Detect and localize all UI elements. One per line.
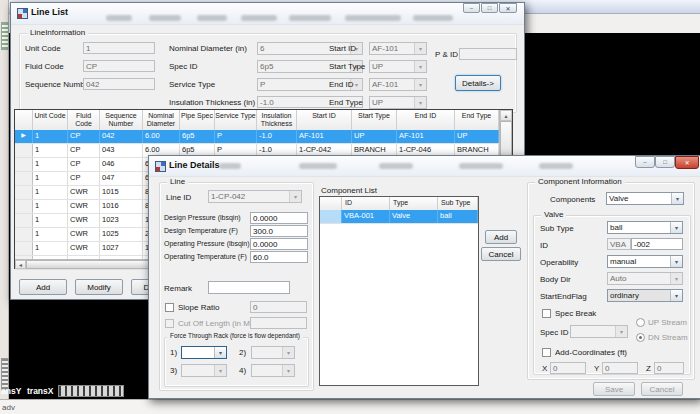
minimize-button[interactable]: – xyxy=(635,156,655,168)
components-select[interactable]: Valve ▾ xyxy=(606,192,684,205)
operability-select[interactable]: manual ▾ xyxy=(607,255,683,268)
table-row[interactable]: VBA-001Valveball xyxy=(320,210,478,224)
minimize-button[interactable]: – xyxy=(463,3,480,13)
column-header[interactable]: Sequence Number xyxy=(100,110,143,130)
column-header[interactable]: Type xyxy=(390,197,438,210)
chevron-down-icon: ▾ xyxy=(282,347,294,358)
details-cancel-button[interactable]: Cancel xyxy=(641,382,683,396)
force-4-select[interactable]: ▾ xyxy=(251,364,295,377)
line-list-titlebar[interactable]: Line List – □ ✕ xyxy=(11,3,524,25)
table-cell: UP xyxy=(352,130,397,143)
chevron-down-icon: ▾ xyxy=(214,347,226,358)
design-temperature-field[interactable]: 300.0 xyxy=(250,225,308,237)
column-header[interactable]: ID xyxy=(342,197,390,210)
chevron-down-icon: ▾ xyxy=(414,43,426,54)
cut-off-length-checkbox[interactable] xyxy=(165,319,174,328)
z-field[interactable]: 0 xyxy=(654,362,684,374)
table-cell xyxy=(15,228,33,241)
table-row[interactable]: ▶1CP0426.006p5P-1.0AF-101UPAF-101UP xyxy=(15,130,499,144)
column-header[interactable]: Insulation Thickness xyxy=(257,110,297,130)
slope-ratio-field[interactable]: 0 xyxy=(250,301,307,313)
chevron-down-icon: ▾ xyxy=(289,191,301,202)
spec-break-checkbox[interactable] xyxy=(542,309,551,318)
table-cell: 1016 xyxy=(100,200,143,213)
column-header[interactable]: Pipe Spec xyxy=(180,110,215,130)
force-3-select[interactable]: ▾ xyxy=(181,364,227,377)
force-2-select[interactable]: ▾ xyxy=(251,346,295,359)
line-details-window: Line Details – □ ✕ Line Line ID 1-CP-042… xyxy=(148,155,700,399)
end-id-select[interactable]: AF-101 ▾ xyxy=(369,78,427,91)
close-button[interactable]: ✕ xyxy=(675,156,699,169)
p-and-id-label: P & ID xyxy=(435,50,458,59)
column-header[interactable]: Unit Code xyxy=(33,110,68,130)
x-field[interactable]: 0 xyxy=(550,362,586,374)
viewport-progress-bar[interactable] xyxy=(58,385,124,397)
component-add-button[interactable]: Add xyxy=(485,230,517,244)
operating-temperature-field[interactable]: 60.0 xyxy=(250,251,308,263)
restore-button[interactable]: □ xyxy=(481,3,498,13)
y-field[interactable]: 0 xyxy=(602,362,638,374)
operating-temperature-label: Operating Temperature (F) xyxy=(164,253,247,260)
up-stream-radio[interactable] xyxy=(636,318,645,327)
p-and-id-field[interactable] xyxy=(459,48,517,60)
design-temperature-label: Design Temperature (F) xyxy=(164,227,238,234)
maximize-button[interactable]: □ xyxy=(655,156,675,168)
column-header[interactable]: Fluid Code xyxy=(68,110,100,130)
column-header[interactable]: End ID xyxy=(397,110,455,130)
add-coordinates-checkbox[interactable] xyxy=(542,348,551,357)
start-end-flag-select[interactable]: ordinary ▾ xyxy=(607,289,683,302)
unit-code-field[interactable]: 1 xyxy=(83,42,155,54)
screen: ansY transX adv Line List – □ ✕ LineInfo… xyxy=(0,0,700,414)
slope-ratio-checkbox[interactable] xyxy=(165,303,174,312)
force-through-rack-group: Force Through Rack (force is flow depend… xyxy=(164,337,309,387)
start-id-select[interactable]: AF-101 ▾ xyxy=(369,42,427,55)
blurred-content xyxy=(379,163,413,169)
body-dir-select[interactable]: Auto ▾ xyxy=(607,272,683,285)
scroll-up-icon[interactable]: ▲ xyxy=(500,110,512,121)
column-header[interactable]: Start ID xyxy=(297,110,352,130)
close-button[interactable]: ✕ xyxy=(499,3,517,13)
dn-stream-radio[interactable] xyxy=(636,333,645,342)
end-type-value: UP xyxy=(370,98,414,107)
operating-pressure-field[interactable]: 0.0000 xyxy=(250,238,308,250)
scroll-left-icon[interactable]: ◄ xyxy=(15,260,26,269)
column-header[interactable]: Start Type xyxy=(352,110,397,130)
viewport-axis-label-y: ansY xyxy=(1,386,21,396)
table-cell: CWR xyxy=(68,242,100,255)
start-type-select[interactable]: UP ▾ xyxy=(369,60,427,73)
fluid-code-label: Fluid Code xyxy=(25,62,64,71)
force-1-select[interactable]: ▾ xyxy=(181,346,227,359)
column-header[interactable]: Service Type xyxy=(215,110,257,130)
component-id-field[interactable]: -002 xyxy=(631,238,683,250)
nominal-diameter-label: Nominal Diameter (in) xyxy=(169,44,247,53)
line-details-titlebar[interactable]: Line Details – □ ✕ xyxy=(149,156,700,177)
column-header[interactable]: Sub Type xyxy=(438,197,478,210)
remark-field[interactable] xyxy=(208,281,290,294)
sequence-number-field[interactable]: 042 xyxy=(83,78,155,90)
sub-type-label: Sub Type xyxy=(540,224,574,233)
column-header[interactable] xyxy=(15,110,33,130)
modify-button[interactable]: Modify xyxy=(75,279,123,295)
component-cancel-button[interactable]: Cancel xyxy=(481,247,521,261)
start-id-value: AF-101 xyxy=(370,44,414,53)
column-header[interactable] xyxy=(320,197,342,210)
component-id-label: ID xyxy=(540,241,548,250)
spec-id-select[interactable]: ▾ xyxy=(570,325,628,338)
sub-type-select[interactable]: ball ▾ xyxy=(607,221,683,234)
details-button[interactable]: Details-> xyxy=(455,75,501,91)
line-details-title: Line Details xyxy=(169,160,220,170)
toolbar-grip-icon[interactable] xyxy=(1,22,9,50)
component-id-prefix: VBA xyxy=(607,238,631,250)
column-header[interactable]: End Type xyxy=(455,110,499,130)
cut-off-length-field[interactable] xyxy=(250,317,307,329)
end-type-select[interactable]: UP ▾ xyxy=(369,96,427,109)
add-button[interactable]: Add xyxy=(19,279,67,295)
column-header[interactable]: Nominal Diameter xyxy=(143,110,180,130)
fluid-code-field[interactable]: CP xyxy=(83,60,155,72)
line-id-select[interactable]: 1-CP-042 ▾ xyxy=(208,190,302,203)
table-cell xyxy=(15,186,33,199)
save-button[interactable]: Save xyxy=(593,382,635,396)
chevron-down-icon: ▾ xyxy=(670,256,682,267)
chevron-down-icon: ▾ xyxy=(671,193,683,204)
design-pressure-field[interactable]: 0.0000 xyxy=(250,212,308,224)
